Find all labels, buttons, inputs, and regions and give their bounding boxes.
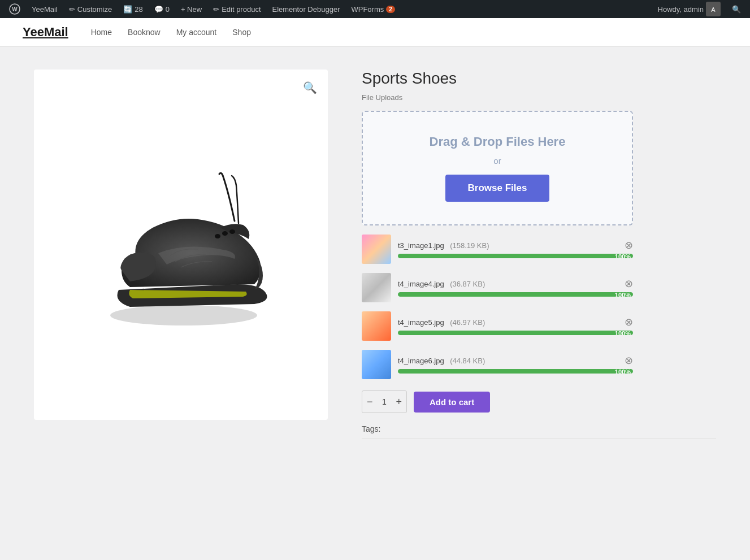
browse-files-button[interactable]: Browse Files: [445, 175, 550, 202]
product-title: Sports Shoes: [362, 70, 716, 88]
site-header: YeeMail Home Booknow My account Shop: [0, 18, 750, 47]
product-image: [85, 154, 277, 335]
file-thumb-2: [362, 273, 391, 302]
edit-product-item[interactable]: ✏ Edit product: [209, 0, 265, 18]
howdy-item[interactable]: Howdy, admin A: [653, 0, 725, 18]
file-uploads-label: File Uploads: [362, 93, 716, 102]
dropzone-drag-text: Drag & Drop Files Here: [374, 134, 621, 149]
file-name-3: t4_image5.jpg: [398, 318, 444, 327]
progress-fill-1: [398, 254, 633, 258]
progress-label-4: 100%: [615, 369, 631, 374]
search-item[interactable]: 🔍: [727, 0, 745, 18]
elementor-debugger-label: Elementor Debugger: [272, 5, 340, 14]
file-name-1: t3_image1.jpg: [398, 241, 444, 250]
file-info-1: t3_image1.jpg (158.19 KB) ⊗ 100%: [398, 240, 633, 258]
progress-label-3: 100%: [615, 331, 631, 335]
tags-divider: [362, 438, 716, 439]
wpforms-item[interactable]: WPForms 2: [346, 0, 399, 18]
customize-icon: ✏: [69, 5, 75, 14]
svg-point-6: [222, 231, 228, 236]
site-nav: Home Booknow My account Shop: [91, 28, 251, 37]
zoom-icon[interactable]: 🔍: [301, 79, 319, 97]
site-logo[interactable]: YeeMail: [23, 25, 68, 40]
customize-label: Customize: [77, 5, 112, 14]
file-thumb-3: [362, 311, 391, 341]
progress-fill-3: [398, 331, 633, 335]
file-remove-2[interactable]: ⊗: [625, 279, 633, 289]
file-remove-3[interactable]: ⊗: [625, 317, 633, 327]
admin-bar: W YeeMail ✏ Customize 🔄 28 💬 0 + New ✏ E…: [0, 0, 750, 18]
progress-fill-2: [398, 292, 633, 297]
progress-bg-1: 100%: [398, 254, 633, 258]
edit-icon: ✏: [213, 5, 219, 14]
site-name-item[interactable]: YeeMail: [27, 0, 62, 18]
admin-avatar: A: [706, 2, 721, 16]
quantity-decrease-button[interactable]: −: [366, 396, 374, 408]
file-item-2: t4_image4.jpg (36.87 KB) ⊗ 100%: [362, 273, 633, 302]
file-list: t3_image1.jpg (158.19 KB) ⊗ 100%: [362, 235, 633, 379]
progress-bg-2: 100%: [398, 292, 633, 297]
dropzone[interactable]: Drag & Drop Files Here or Browse Files: [362, 111, 633, 225]
svg-point-4: [110, 305, 257, 325]
updates-item[interactable]: 🔄 28: [119, 0, 147, 18]
new-label: + New: [181, 5, 202, 14]
tags-label: Tags:: [362, 424, 716, 433]
product-image-section: 🔍: [34, 70, 328, 420]
main-content: 🔍: [0, 47, 750, 461]
progress-bg-3: 100%: [398, 331, 633, 335]
file-thumb-4: [362, 350, 391, 379]
comments-icon: 💬: [154, 5, 163, 14]
nav-shop[interactable]: Shop: [232, 28, 251, 37]
file-info-3: t4_image5.jpg (46.97 KB) ⊗ 100%: [398, 317, 633, 335]
add-to-cart-button[interactable]: Add to cart: [414, 392, 490, 413]
wpforms-label: WPForms: [351, 5, 384, 14]
file-item-3: t4_image5.jpg (46.97 KB) ⊗ 100%: [362, 311, 633, 341]
howdy-label: Howdy, admin: [658, 5, 704, 14]
progress-fill-4: [398, 369, 633, 374]
file-info-4: t4_image6.jpg (44.84 KB) ⊗ 100%: [398, 355, 633, 374]
svg-text:A: A: [711, 6, 716, 13]
nav-myaccount[interactable]: My account: [176, 28, 217, 37]
wpforms-badge: 2: [386, 6, 395, 13]
svg-point-5: [215, 234, 220, 238]
progress-label-1: 100%: [615, 254, 631, 258]
search-icon: 🔍: [732, 5, 741, 14]
file-size-2: (36.87 KB): [450, 280, 485, 288]
file-info-2: t4_image4.jpg (36.87 KB) ⊗ 100%: [398, 279, 633, 297]
file-name-4: t4_image6.jpg: [398, 357, 444, 365]
progress-bg-4: 100%: [398, 369, 633, 374]
wp-icon: W: [9, 3, 20, 15]
quantity-value: 1: [382, 397, 387, 406]
file-item-4: t4_image6.jpg (44.84 KB) ⊗ 100%: [362, 350, 633, 379]
site-name-label: YeeMail: [32, 5, 58, 14]
updates-icon: 🔄: [123, 5, 132, 14]
elementor-debugger-item[interactable]: Elementor Debugger: [268, 0, 345, 18]
progress-label-2: 100%: [615, 292, 631, 297]
comments-item[interactable]: 💬 0: [150, 0, 174, 18]
edit-product-label: Edit product: [222, 5, 261, 14]
file-thumb-1: [362, 235, 391, 264]
nav-booknow[interactable]: Booknow: [128, 28, 161, 37]
cart-row: − 1 + Add to cart: [362, 390, 716, 413]
new-item[interactable]: + New: [176, 0, 206, 18]
file-size-1: (158.19 KB): [450, 241, 489, 250]
svg-text:W: W: [12, 6, 18, 12]
svg-point-7: [229, 229, 235, 234]
file-size-4: (44.84 KB): [450, 357, 485, 365]
updates-count: 28: [135, 5, 142, 14]
quantity-increase-button[interactable]: +: [394, 396, 403, 408]
file-item-1: t3_image1.jpg (158.19 KB) ⊗ 100%: [362, 235, 633, 264]
nav-home[interactable]: Home: [91, 28, 112, 37]
quantity-input: − 1 +: [362, 390, 407, 413]
file-remove-4[interactable]: ⊗: [625, 355, 633, 366]
product-details-section: Sports Shoes File Uploads Drag & Drop Fi…: [328, 70, 716, 439]
comments-count: 0: [166, 5, 170, 14]
file-name-2: t4_image4.jpg: [398, 280, 444, 288]
file-remove-1[interactable]: ⊗: [625, 240, 633, 250]
file-size-3: (46.97 KB): [450, 318, 485, 327]
customize-item[interactable]: ✏ Customize: [64, 0, 116, 18]
wp-logo-item[interactable]: W: [5, 0, 25, 18]
dropzone-or-text: or: [374, 156, 621, 166]
